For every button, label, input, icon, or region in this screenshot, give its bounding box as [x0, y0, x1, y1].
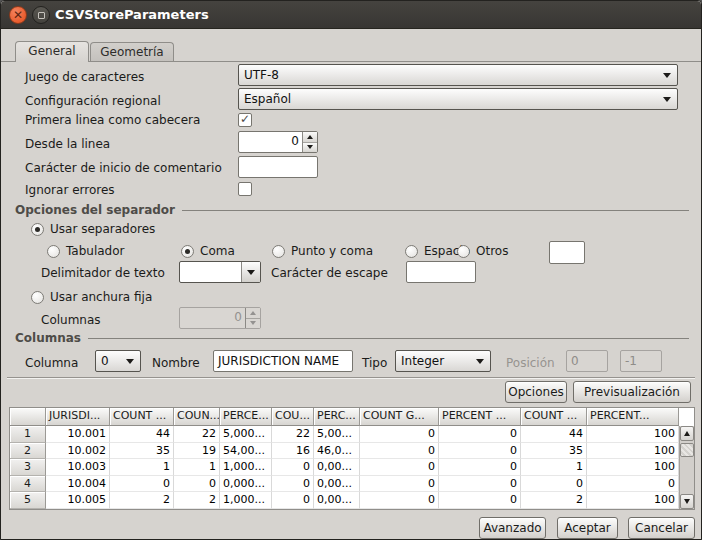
- others-radio[interactable]: Otros: [457, 244, 508, 258]
- table-column-header[interactable]: COUN...: [174, 408, 220, 426]
- table-cell[interactable]: 10.003: [46, 459, 110, 476]
- table-cell[interactable]: 2: [174, 492, 220, 509]
- scrollbar-thumb[interactable]: [680, 443, 694, 457]
- table-column-header[interactable]: COUNT ...: [521, 408, 587, 426]
- row-number-cell[interactable]: 5: [10, 492, 46, 509]
- row-number-cell[interactable]: 3: [10, 459, 46, 476]
- table-cell[interactable]: 5,00...: [314, 426, 360, 443]
- table-cell[interactable]: 0: [360, 426, 439, 443]
- fixed-width-radio[interactable]: Usar anchura fija: [31, 290, 152, 304]
- scroll-down-button[interactable]: [680, 494, 694, 509]
- table-cell[interactable]: 0: [272, 459, 314, 476]
- table-cell[interactable]: 16: [272, 443, 314, 460]
- preview-button[interactable]: Previsualización: [573, 381, 691, 403]
- vertical-scrollbar[interactable]: [679, 426, 694, 509]
- table-cell[interactable]: 0: [360, 476, 439, 493]
- table-cell[interactable]: 0: [360, 443, 439, 460]
- column-select[interactable]: 0: [95, 350, 141, 372]
- accept-button[interactable]: Aceptar: [557, 517, 618, 539]
- column-name-input[interactable]: JURISDICTION NAME: [213, 350, 353, 372]
- table-column-header[interactable]: COUNT G...: [360, 408, 439, 426]
- escape-char-input[interactable]: [406, 261, 476, 283]
- table-cell[interactable]: 0: [439, 426, 521, 443]
- type-select[interactable]: Integer: [395, 350, 491, 372]
- table-cell[interactable]: 100: [587, 443, 679, 460]
- combobox-arrow-button[interactable]: [241, 262, 260, 282]
- charset-select[interactable]: UTF-8: [238, 64, 678, 86]
- comment-char-input[interactable]: [238, 156, 318, 178]
- row-number-cell[interactable]: 1: [10, 426, 46, 443]
- tab-geometria[interactable]: Geometría: [90, 42, 174, 61]
- table-cell[interactable]: 0: [439, 476, 521, 493]
- ignore-errors-checkbox[interactable]: [238, 182, 252, 196]
- row-number-cell[interactable]: 2: [10, 443, 46, 460]
- first-line-header-checkbox[interactable]: [238, 113, 252, 127]
- semicolon-radio[interactable]: Punto y coma: [272, 244, 373, 258]
- table-cell[interactable]: 0: [360, 492, 439, 509]
- table-cell[interactable]: 10.002: [46, 443, 110, 460]
- tab-general[interactable]: General: [15, 41, 89, 62]
- table-column-header[interactable]: PERCENT ...: [439, 408, 521, 426]
- table-column-header[interactable]: PERCENT...: [587, 408, 679, 426]
- table-cell[interactable]: 100: [587, 459, 679, 476]
- table-cell[interactable]: 10.005: [46, 492, 110, 509]
- from-line-spinner[interactable]: 0: [238, 131, 318, 153]
- table-cell[interactable]: 0,00...: [314, 459, 360, 476]
- table-cell[interactable]: 0,00...: [314, 476, 360, 493]
- table-cell[interactable]: 1,000...: [220, 492, 272, 509]
- unmaximize-button[interactable]: [32, 6, 50, 24]
- table-cell[interactable]: 0: [439, 443, 521, 460]
- spin-down-button[interactable]: [303, 143, 317, 153]
- table-column-header[interactable]: PERCE...: [220, 408, 272, 426]
- table-column-header[interactable]: JURISDI...: [46, 408, 110, 426]
- cancel-button[interactable]: Cancelar: [628, 517, 695, 539]
- scroll-up-button[interactable]: [680, 426, 694, 441]
- table-cell[interactable]: 0: [439, 459, 521, 476]
- table-cell[interactable]: 1: [110, 459, 174, 476]
- table-cell[interactable]: 0,00...: [314, 492, 360, 509]
- table-cell[interactable]: 0: [360, 459, 439, 476]
- table-cell[interactable]: 19: [174, 443, 220, 460]
- table-cell[interactable]: 2: [110, 492, 174, 509]
- table-cell[interactable]: 0: [110, 476, 174, 493]
- spin-up-button[interactable]: [303, 132, 317, 143]
- table-column-header[interactable]: COUNT ...: [110, 408, 174, 426]
- table-cell[interactable]: 1: [174, 459, 220, 476]
- advanced-button[interactable]: Avanzado: [479, 517, 546, 539]
- table-cell[interactable]: 100: [587, 426, 679, 443]
- table-cell[interactable]: 22: [174, 426, 220, 443]
- locale-select[interactable]: Español: [238, 88, 678, 110]
- table-column-header[interactable]: COU...: [272, 408, 314, 426]
- options-button[interactable]: Opciones: [505, 381, 567, 403]
- table-cell[interactable]: 0: [587, 476, 679, 493]
- comma-radio[interactable]: Coma: [181, 244, 235, 258]
- table-cell[interactable]: 54,00...: [220, 443, 272, 460]
- others-input[interactable]: [549, 241, 585, 264]
- use-separators-radio[interactable]: Usar separadores: [31, 222, 155, 236]
- table-cell[interactable]: 5,000...: [220, 426, 272, 443]
- table-cell[interactable]: 1,000...: [220, 459, 272, 476]
- table-cell[interactable]: 10.001: [46, 426, 110, 443]
- table-cell[interactable]: 35: [521, 443, 587, 460]
- close-button[interactable]: ✕: [9, 6, 27, 24]
- table-cell[interactable]: 0,000...: [220, 476, 272, 493]
- table-cell[interactable]: 44: [110, 426, 174, 443]
- table-cell[interactable]: 35: [110, 443, 174, 460]
- table-cell[interactable]: 1: [521, 459, 587, 476]
- table-cell[interactable]: 0: [521, 476, 587, 493]
- table-cell[interactable]: 10.004: [46, 476, 110, 493]
- table-corner-header[interactable]: [10, 408, 46, 426]
- table-cell[interactable]: 44: [521, 426, 587, 443]
- table-cell[interactable]: 46,0...: [314, 443, 360, 460]
- text-delimiter-combobox[interactable]: [179, 261, 261, 283]
- table-column-header[interactable]: PERC...: [314, 408, 360, 426]
- table-cell[interactable]: 100: [587, 492, 679, 509]
- table-cell[interactable]: 2: [521, 492, 587, 509]
- row-number-cell[interactable]: 4: [10, 476, 46, 493]
- table-cell[interactable]: 22: [272, 426, 314, 443]
- table-cell[interactable]: 0: [439, 492, 521, 509]
- tabulator-radio[interactable]: Tabulador: [47, 244, 125, 258]
- table-cell[interactable]: 0: [272, 492, 314, 509]
- table-cell[interactable]: 0: [272, 476, 314, 493]
- table-cell[interactable]: 0: [174, 476, 220, 493]
